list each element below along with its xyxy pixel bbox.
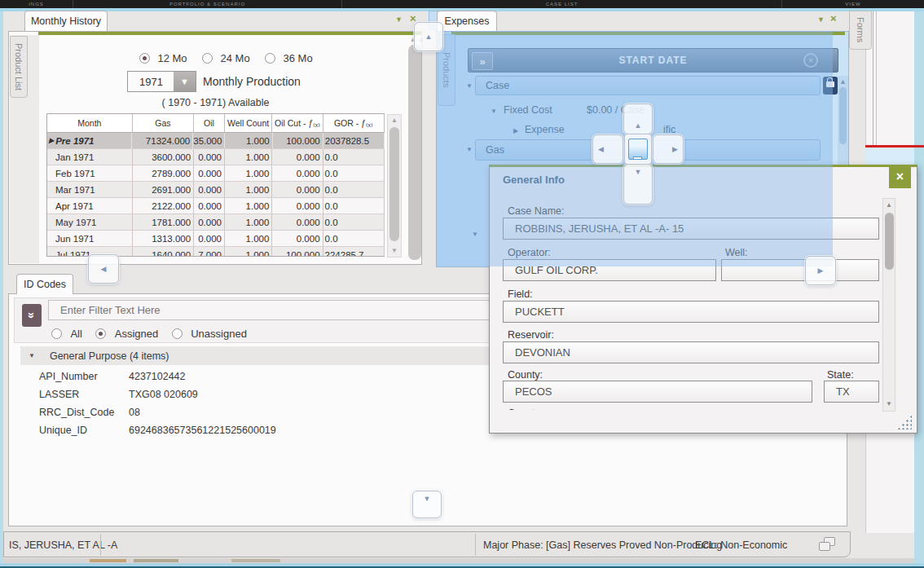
ribbon-tab[interactable]: INGS — [0, 0, 73, 8]
tab-expenses[interactable]: Expenses — [437, 11, 497, 31]
dock-center-button[interactable] — [624, 134, 652, 165]
resize-grip-icon[interactable] — [897, 415, 912, 429]
circle-close-icon[interactable]: × — [803, 53, 818, 68]
well-input[interactable] — [721, 259, 879, 281]
column-header[interactable]: Oil Cut - ƒ₍ₓ₎ — [272, 114, 323, 133]
chevron-down-icon[interactable]: ▼ — [395, 15, 403, 24]
cell: 2122.000 — [133, 198, 194, 214]
radio-24mo[interactable] — [202, 53, 213, 64]
scroll-down-icon[interactable]: ▼ — [883, 401, 895, 407]
radio-all[interactable] — [51, 328, 62, 339]
collapse-arrow-icon[interactable]: ▼ — [466, 146, 473, 153]
column-header[interactable]: Gas — [133, 114, 194, 133]
row-selector-icon: ▶ — [49, 137, 54, 144]
scrollbar-thumb[interactable] — [885, 213, 894, 270]
table-row[interactable]: Jun 1971 1313.000 0.000 1.000 0.000 0.0 — [47, 231, 385, 247]
available-range: ( 1970 - 1971) Available — [46, 97, 385, 108]
country-label-partial: Country: — [508, 405, 546, 410]
operator-input[interactable]: GULF OIL CORP. — [503, 259, 716, 281]
notes-icon[interactable] — [819, 537, 837, 553]
dock-left-button[interactable]: ◀ — [592, 134, 623, 164]
start-date-header[interactable]: » START DATE × — [468, 48, 838, 73]
cell: 1781.000 — [133, 214, 194, 231]
expense-label[interactable]: Expense — [525, 124, 565, 135]
field-label: Field: — [508, 288, 533, 300]
year-dropdown-button[interactable]: ▼ — [174, 72, 196, 91]
table-row[interactable]: Apr 1971 2122.000 0.000 1.000 0.000 0.0 — [47, 198, 385, 214]
radio-unassigned[interactable] — [172, 328, 183, 339]
tab-monthly-history[interactable]: Monthly History — [24, 11, 108, 31]
scroll-up-icon[interactable]: ▲ — [883, 202, 895, 209]
collapse-arrow-icon[interactable]: ▼ — [466, 82, 473, 90]
radio-label: 12 Mo — [157, 52, 187, 64]
dock-up-button[interactable]: ▲ — [623, 103, 653, 134]
table-vertical-scrollbar[interactable]: ▲ ▼ — [387, 114, 402, 258]
cell: Jun 1971 — [47, 231, 133, 247]
dock-right-icon: ▶ — [818, 267, 824, 275]
chevron-down-icon[interactable]: ▼ — [817, 15, 825, 24]
monthly-production-table[interactable]: Month Gas Oil Well Count Oil Cut - ƒ₍ₓ₎ … — [46, 113, 385, 257]
list-item[interactable]: Unique_ID 69246836573561221525600019 — [39, 421, 276, 439]
close-icon[interactable]: × — [830, 12, 837, 24]
id-key: LASSER — [39, 389, 129, 400]
dock-left-edge-button[interactable]: ◀ — [88, 254, 119, 284]
side-tab-forms[interactable]: Forms — [849, 11, 872, 50]
year-value: 1971 — [128, 72, 174, 91]
radio-label: 24 Mo — [221, 52, 250, 64]
list-item[interactable]: LASSER TXG08 020609 — [39, 385, 198, 403]
lock-button[interactable] — [823, 77, 838, 95]
table-row[interactable]: Mar 1971 2691.000 0.000 1.000 0.000 0.0 — [47, 182, 385, 198]
table-row[interactable]: May 1971 1781.000 0.000 1.000 0.000 0.0 — [47, 214, 385, 231]
panel-scrollbar-thumb[interactable] — [408, 45, 421, 260]
dock-right-edge-button[interactable]: ▶ — [805, 256, 836, 285]
radio-36mo[interactable] — [265, 53, 275, 64]
dock-bottom-edge-button[interactable]: ▼ — [412, 491, 442, 518]
close-button[interactable]: × — [889, 165, 911, 188]
side-tab-product-list[interactable]: Product List — [10, 36, 28, 98]
ribbon-tab[interactable]: VIEW — [782, 0, 924, 8]
year-combobox[interactable]: 1971 ▼ — [127, 71, 196, 92]
county-input[interactable]: PECOS — [503, 381, 812, 403]
monthly-production-title: Monthly Production — [203, 75, 301, 88]
tab-id-codes[interactable]: ID Codes — [16, 274, 73, 294]
column-header[interactable]: Oil — [194, 114, 225, 133]
table-row[interactable]: Feb 1971 2789.000 0.000 1.000 0.000 0.0 — [47, 165, 385, 182]
radio-assigned[interactable] — [95, 328, 106, 339]
scroll-up-icon[interactable]: ▲ — [838, 78, 848, 86]
column-header[interactable]: GOR - ƒ₍ₓ₎ — [323, 114, 385, 133]
collapse-arrow-icon[interactable]: ▼ — [491, 108, 497, 115]
field-input[interactable]: PUCKETT — [503, 301, 879, 323]
column-header[interactable]: Month — [47, 114, 133, 133]
reservoir-input[interactable]: DEVONIAN — [503, 341, 879, 363]
cell: 1.000 — [225, 182, 272, 198]
dialog-scrollbar[interactable]: ▲ ▼ — [882, 198, 895, 412]
list-item[interactable]: RRC_Dist_Code 08 — [39, 403, 140, 421]
scroll-up-icon[interactable]: ▲ — [388, 117, 401, 124]
column-header[interactable]: Well Count — [225, 114, 272, 133]
case-group-row[interactable]: Case — [475, 76, 821, 95]
cell: 7.000 — [194, 247, 225, 257]
scrollbar-thumb[interactable] — [839, 87, 847, 144]
fixed-cost-label[interactable]: Fixed Cost — [504, 104, 552, 116]
case-name-input[interactable]: ROBBINS, JERUSHA, ET AL -A- 15 — [503, 218, 879, 240]
radio-12mo[interactable] — [139, 53, 150, 64]
cell: 1.000 — [225, 149, 272, 165]
dock-top-edge-button[interactable]: ▲ — [414, 22, 443, 51]
ribbon-tab[interactable]: CASE LIST — [342, 0, 782, 8]
collapse-filter-button[interactable]: » — [22, 304, 42, 327]
cell: 0.000 — [272, 198, 323, 214]
collapse-arrow-icon[interactable]: ▼ — [29, 352, 35, 359]
list-item[interactable]: API_Number 4237102442 — [39, 368, 186, 385]
cell: 1.000 — [225, 214, 272, 231]
table-row[interactable]: Jan 1971 3600.000 0.000 1.000 0.000 0.0 — [47, 149, 385, 165]
dock-right-button[interactable]: ▶ — [653, 134, 684, 164]
ribbon-tab[interactable]: PORTFOLIO & SCENARIO — [73, 0, 342, 8]
table-row[interactable]: ▶Pre 1971 71324.000 35.000 1.000 100.000… — [47, 133, 385, 149]
dock-down-button[interactable]: ▼ — [623, 164, 653, 205]
collapse-arrow-icon[interactable]: ▼ — [472, 231, 478, 238]
state-input[interactable]: TX — [824, 381, 879, 403]
cell: 35.000 — [193, 133, 225, 149]
scrollbar-thumb[interactable] — [389, 127, 399, 241]
scroll-down-icon[interactable]: ▼ — [388, 248, 401, 254]
expand-arrow-icon[interactable]: ▶ — [513, 127, 518, 134]
